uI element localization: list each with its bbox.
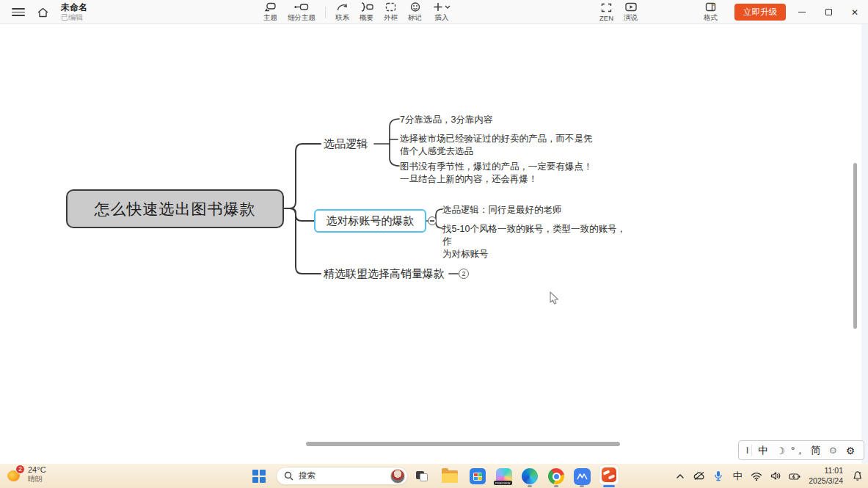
mountain-app-button[interactable] [572,467,591,486]
weather-condition: 晴朗 [28,475,46,484]
theme-label: 主题 [263,13,277,23]
task-view-icon-front [420,473,428,481]
format-label: 格式 [704,13,718,23]
horizontal-scrollbar[interactable] [306,442,620,446]
ime-halfwidth-moon-icon[interactable]: ☽ [772,445,789,456]
chrome-running-indicator [554,485,558,487]
zen-label: ZEN [599,14,613,22]
relation-label: 联系 [335,13,349,23]
toolbar-divider [325,7,326,18]
folder-icon [442,470,458,483]
zen-button[interactable]: ZEN [594,0,619,24]
tray-ime-indicator[interactable]: 中 [729,467,745,486]
weather-badge: 2 [15,465,25,474]
mindmap-canvas[interactable] [0,24,868,464]
upgrade-group: 立即升级 [734,0,786,24]
canvas-edge-strip [861,24,868,464]
titlebar-mode-group: ZEN 演说 [594,0,643,24]
ime-settings-gear-icon[interactable]: ⚙ [842,445,859,456]
edge-running-indicator [528,485,532,487]
store-icon [470,468,486,484]
taskbar-search[interactable]: 搜索 [276,467,408,485]
ime-charset-button[interactable]: 简 [806,444,824,457]
mountain-app-running-indicator [580,485,584,487]
minimize-button[interactable] [789,0,815,24]
marker-icon [409,1,421,12]
sun-icon: 2 [6,466,23,484]
theme-button[interactable]: 主题 [258,0,282,24]
close-button[interactable]: ✕ [842,0,868,24]
chrome-browser-button[interactable] [547,467,566,486]
copilot-button[interactable]: PREVIEW [495,467,514,486]
branch-topic-xuanpin-luoji[interactable]: 选品逻辑 [324,137,368,151]
window-controls: ✕ [789,0,868,24]
notification-bell-icon[interactable]: z [849,467,865,486]
subtopic-text[interactable]: 7分靠选品，3分靠内容 [400,114,492,126]
minus-icon [430,220,434,221]
tray-date: 2025/3/24 [809,476,843,486]
document-title-block: 未命名 已编辑 [61,3,87,21]
microsoft-store-button[interactable] [468,467,487,486]
branch-topic-jingxuan-lianmeng[interactable]: 精选联盟选择高销量爆款 [324,267,445,281]
ime-toolbar: I 中 ☽ °， 简 ☺ ⚙ [738,440,864,460]
document-title: 未命名 [61,3,87,13]
vertical-scrollbar[interactable] [853,163,857,329]
titlebar: 未命名 已编辑 主题 细分主题 [0,0,868,24]
ime-cursor-icon: I [743,445,752,456]
weather-temperature: 24°C [28,465,46,475]
maximize-button[interactable] [815,0,842,24]
subtopic-label: 细分主题 [288,13,316,23]
titlebar-left-group: 未命名 已编辑 [9,0,87,24]
close-icon: ✕ [851,7,858,18]
maximize-icon [825,9,832,15]
copilot-preview-badge: PREVIEW [494,481,512,485]
tray-chevron-up-icon[interactable] [672,467,688,486]
taskbar: 2 24°C 晴朗 搜索 [0,464,868,488]
mindmap-root-topic[interactable]: 怎么快速选出图书爆款 [66,189,284,228]
task-view-button[interactable] [412,467,431,486]
upgrade-button[interactable]: 立即升级 [734,4,786,21]
subtopic-text[interactable]: 图书没有季节性，爆过的产品，一定要有爆点！ 一旦结合上新的内容，还会再爆！ [400,161,627,186]
onedrive-cloud-icon[interactable] [691,467,707,486]
tray-clock[interactable]: 11:01 2025/3/24 [806,466,846,485]
subtopic-text[interactable]: 选品逻辑：同行是最好的老师 [442,204,562,216]
boundary-label: 外框 [384,13,398,23]
ime-emoji-button[interactable]: ☺ [824,445,842,456]
document-status: 已编辑 [61,13,87,22]
format-button[interactable]: 格式 [699,0,723,24]
edge-browser-button[interactable] [520,467,539,486]
battery-icon[interactable] [787,467,803,486]
copilot-icon: PREVIEW [496,468,512,484]
branch-topic-selected[interactable]: 选对标账号的爆款 [314,209,426,233]
relation-icon [336,1,349,12]
home-button[interactable] [37,0,49,24]
mindmap-app-button-active[interactable] [599,465,619,485]
subtopic-text[interactable]: 选择被市场已经验证过的好卖的产品，而不是凭 借个人感觉去选品 [400,133,620,158]
speaker-icon[interactable] [767,467,784,486]
summary-button[interactable]: 概要 [354,0,379,24]
present-label: 演说 [624,13,638,23]
insert-button[interactable]: 插入 [427,0,456,24]
search-placeholder: 搜索 [299,470,390,481]
home-icon [37,7,49,18]
boundary-button[interactable]: 外框 [379,0,403,24]
hamburger-menu-icon[interactable] [9,3,28,22]
titlebar-format-group: 格式 [699,0,723,24]
collapsed-count-badge[interactable]: 2 [459,269,469,279]
weather-widget[interactable]: 2 24°C 晴朗 [6,465,46,484]
collapse-toggle-button[interactable] [428,216,437,225]
marker-button[interactable]: 标记 [403,0,427,24]
microphone-icon[interactable] [710,467,726,486]
ime-mode-button[interactable]: 中 [754,444,772,457]
present-button[interactable]: 演说 [619,0,643,24]
svg-text:z: z [859,470,861,475]
subtopic-text[interactable]: 找5-10个风格一致的账号，类型一致的账号，作 为对标账号 [442,223,635,261]
mountain-app-icon [574,468,591,485]
start-button[interactable] [249,467,269,486]
subtopic-button[interactable]: 细分主题 [282,0,321,24]
ime-punctuation-button[interactable]: °， [789,444,807,457]
wifi-icon[interactable] [748,467,765,486]
marker-label: 标记 [408,13,422,23]
file-explorer-button[interactable] [440,467,459,486]
relation-button[interactable]: 联系 [330,0,354,24]
